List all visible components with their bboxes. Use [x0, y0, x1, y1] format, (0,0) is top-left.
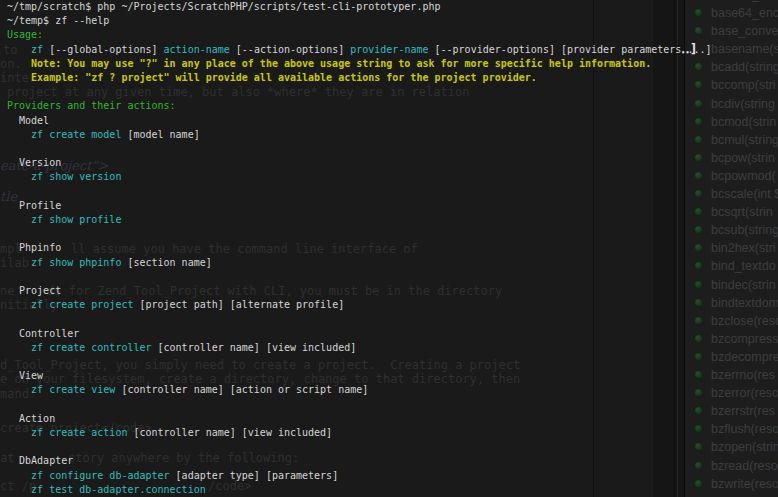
terminal-text-segment	[7, 342, 31, 353]
terminal-text-segment: zf test db-adapter.connection	[31, 484, 206, 495]
terminal-text-segment	[7, 257, 31, 268]
terminal-text-segment: Controller	[7, 328, 79, 339]
terminal-text-segment	[7, 171, 31, 182]
terminal-text-segment: provider-name	[350, 44, 428, 55]
terminal-text-segment: Usage:	[7, 29, 43, 40]
terminal-text-segment: Providers and their actions:	[7, 100, 176, 111]
terminal-text-segment: [project path] [alternate profile]	[133, 299, 344, 310]
terminal-line: zf test db-adapter.connection	[7, 484, 206, 496]
terminal-text-segment: View	[7, 370, 43, 381]
terminal-text-segment	[7, 129, 31, 140]
terminal-line: zf create project [project path] [altern…	[7, 299, 344, 311]
terminal-text-segment: Phpinfo	[7, 242, 61, 253]
terminal-text-segment	[7, 384, 31, 395]
terminal-text-segment: [--action-options]	[230, 44, 350, 55]
terminal-text-segment: zf configure db-adapter	[31, 470, 169, 481]
terminal-text-segment: zf	[31, 44, 43, 55]
terminal-line: Profile	[7, 200, 61, 212]
terminal-line: Controller	[7, 328, 79, 340]
terminal-line: Note: You may use "?" in any place of th…	[7, 58, 651, 70]
terminal-text-segment: [section name]	[121, 257, 211, 268]
terminal-line: zf create controller [controller name] […	[7, 342, 356, 354]
terminal-line: zf show phpinfo [section name]	[7, 257, 212, 269]
terminal-text-segment: [controller name] [view included]	[127, 427, 332, 438]
terminal-text-segment: ~/tmp/scratch$ php ~/Projects/ScratchPHP…	[7, 1, 440, 12]
terminal-text-segment: zf create action	[31, 427, 127, 438]
terminal-line: zf show version	[7, 171, 121, 183]
terminal-line: zf configure db-adapter [adapter type] […	[7, 470, 338, 482]
terminal-line: Providers and their actions:	[7, 100, 176, 112]
terminal-text-segment: DbAdapter	[7, 455, 73, 466]
terminal-text-segment: zf create controller	[31, 342, 151, 353]
terminal-text-segment: Action	[7, 413, 55, 424]
terminal-line: zf [--global-options] action-name [--act…	[7, 44, 711, 56]
terminal-line: zf create view [controller name] [action…	[7, 384, 368, 396]
terminal-text-segment	[7, 299, 31, 310]
terminal-line: Model	[7, 115, 49, 127]
terminal-line: Action	[7, 413, 55, 425]
terminal-text-segment: action-name	[164, 44, 230, 55]
terminal-window[interactable]: ~/tmp/scratch$ php ~/Projects/ScratchPHP…	[0, 0, 778, 497]
terminal-line: ~/tmp/scratch$ php ~/Projects/ScratchPHP…	[7, 1, 440, 13]
terminal-line: View	[7, 370, 43, 382]
terminal-text-segment: [--global-options]	[43, 44, 163, 55]
terminal-text-segment: Model	[7, 115, 49, 126]
terminal-text-segment: zf show profile	[31, 214, 121, 225]
terminal-line: DbAdapter	[7, 455, 73, 467]
terminal-text-segment	[7, 214, 31, 225]
terminal-line: zf create model [model name]	[7, 129, 200, 141]
terminal-text-segment: Example: "zf ? project" will provide all…	[7, 72, 537, 83]
terminal-text-segment: [controller name] [action or script name…	[115, 384, 368, 395]
terminal-line: Project	[7, 285, 61, 297]
terminal-text-segment: [adapter type] [parameters]	[170, 470, 339, 481]
terminal-text-segment: [--provider-options] [provider parameter…	[429, 44, 712, 55]
terminal-text-segment: zf show version	[31, 171, 121, 182]
terminal-text-segment: zf create model	[31, 129, 121, 140]
terminal-text-segment: zf create view	[31, 384, 115, 395]
terminal-line: Example: "zf ? project" will provide all…	[7, 72, 537, 84]
terminal-line: Version	[7, 157, 61, 169]
terminal-text-segment: [model name]	[121, 129, 199, 140]
terminal-line: Phpinfo	[7, 242, 61, 254]
terminal-line: Usage:	[7, 29, 43, 41]
terminal-text-segment: Version	[7, 157, 61, 168]
desktop-screenshot: toon.interproject at any given time, but…	[0, 0, 778, 497]
terminal-line: zf show profile	[7, 214, 121, 226]
terminal-text-segment: Note: You may use "?" in any place of th…	[7, 58, 651, 69]
terminal-text-segment	[7, 427, 31, 438]
terminal-text-segment	[7, 470, 31, 481]
terminal-text-segment: [controller name] [view included]	[152, 342, 357, 353]
terminal-line: ~/temp$ zf --help	[7, 15, 109, 27]
terminal-text-segment: Project	[7, 285, 61, 296]
terminal-text-segment: zf show phpinfo	[31, 257, 121, 268]
terminal-text-segment: Profile	[7, 200, 61, 211]
terminal-text-segment: zf create project	[31, 299, 133, 310]
terminal-text-segment: ~/temp$ zf --help	[7, 15, 109, 26]
terminal-text-segment	[7, 484, 31, 495]
terminal-line: zf create action [controller name] [view…	[7, 427, 332, 439]
terminal-text-segment	[7, 44, 31, 55]
